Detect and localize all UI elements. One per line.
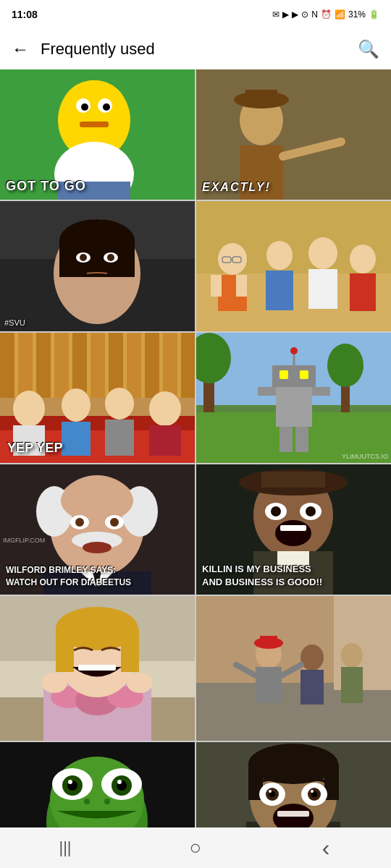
status-bar: 11:08 ✉ ▶ ▶ ⊙ N ⏰ 📶 31% 🔋 bbox=[0, 0, 391, 29]
svg-rect-7 bbox=[80, 122, 109, 127]
home-button[interactable]: ○ bbox=[174, 833, 217, 862]
gif7-label: WILFORD BRIMLEY SAYS:WATCH OUT FOR DIABE… bbox=[6, 564, 131, 589]
svg-point-157 bbox=[84, 799, 90, 804]
gif-grid: GOT TO GO EXACTLY! bbox=[0, 69, 391, 868]
svg-point-36 bbox=[266, 241, 293, 270]
svg-point-128 bbox=[127, 673, 153, 693]
svg-rect-104 bbox=[261, 472, 325, 488]
status-icons: ✉ ▶ ▶ ⊙ N ⏰ 📶 31% 🔋 bbox=[272, 9, 379, 20]
svg-rect-48 bbox=[18, 333, 33, 398]
svg-rect-76 bbox=[272, 365, 316, 387]
gif-item-4[interactable] bbox=[196, 201, 391, 331]
svg-rect-47 bbox=[0, 333, 14, 398]
gif5-label: yep yep bbox=[7, 441, 62, 456]
svg-rect-23 bbox=[59, 241, 135, 277]
svg-rect-135 bbox=[256, 667, 282, 703]
svg-point-107 bbox=[271, 506, 281, 516]
svg-point-127 bbox=[41, 673, 67, 693]
svg-point-109 bbox=[275, 520, 311, 546]
svg-point-180 bbox=[311, 790, 314, 793]
svg-rect-54 bbox=[127, 333, 141, 398]
svg-rect-11 bbox=[196, 69, 391, 200]
svg-rect-137 bbox=[260, 636, 277, 646]
svg-point-28 bbox=[83, 284, 112, 306]
home-icon: ○ bbox=[190, 836, 202, 859]
svg-point-94 bbox=[110, 518, 119, 527]
gif-item-6[interactable]: ylimuutcs.io bbox=[196, 333, 391, 463]
gif-item-10[interactable] bbox=[196, 596, 391, 741]
notification-icon: ⊙ bbox=[301, 9, 308, 20]
svg-point-138 bbox=[300, 644, 324, 671]
svg-point-96 bbox=[83, 542, 112, 553]
svg-rect-37 bbox=[266, 271, 293, 310]
svg-point-38 bbox=[308, 237, 337, 269]
battery-icon: 🔋 bbox=[369, 9, 379, 20]
svg-rect-39 bbox=[308, 269, 337, 309]
back-nav-icon: ‹ bbox=[322, 835, 330, 861]
svg-point-155 bbox=[68, 780, 72, 784]
svg-point-27 bbox=[107, 254, 114, 261]
gif-item-2[interactable]: EXACTLY! bbox=[196, 69, 391, 200]
gif7-watermark: imgflip.com bbox=[3, 537, 45, 544]
svg-point-60 bbox=[13, 391, 45, 427]
svg-rect-78 bbox=[300, 370, 308, 379]
svg-point-84 bbox=[290, 347, 298, 354]
svg-rect-51 bbox=[72, 333, 87, 398]
svg-rect-77 bbox=[279, 370, 288, 379]
svg-point-90 bbox=[61, 479, 133, 522]
wifi-icon: 📶 bbox=[335, 9, 345, 20]
svg-rect-126 bbox=[78, 665, 116, 671]
svg-rect-34 bbox=[211, 275, 222, 297]
gif1-label: GOT TO GO bbox=[6, 179, 86, 194]
svg-point-62 bbox=[62, 388, 91, 422]
svg-rect-15 bbox=[245, 90, 277, 104]
svg-point-108 bbox=[306, 506, 316, 516]
svg-rect-80 bbox=[295, 427, 308, 452]
youtube2-icon: ▶ bbox=[292, 9, 298, 20]
gif-item-7[interactable]: WILFORD BRIMLEY SAYS:WATCH OUT FOR DIABE… bbox=[0, 464, 195, 595]
svg-point-156 bbox=[117, 780, 122, 784]
gif3-label: #SVU bbox=[4, 318, 25, 327]
back-button[interactable]: ← bbox=[12, 39, 29, 59]
email-icon: ✉ bbox=[272, 9, 279, 20]
svg-point-2 bbox=[62, 80, 127, 138]
svg-point-158 bbox=[104, 799, 110, 804]
recents-button[interactable]: ||| bbox=[43, 833, 87, 862]
gif-item-9[interactable] bbox=[0, 596, 195, 741]
svg-point-66 bbox=[149, 391, 181, 426]
svg-point-74 bbox=[327, 344, 363, 387]
svg-rect-141 bbox=[341, 667, 363, 703]
svg-rect-65 bbox=[105, 420, 134, 456]
gif-item-8[interactable]: KILLIN IS MY BUSINESSAND BUSINESS IS GOO… bbox=[196, 464, 391, 595]
nav-bar: ||| ○ ‹ bbox=[0, 827, 391, 868]
page-title: Frequently used bbox=[41, 40, 346, 59]
svg-point-5 bbox=[81, 103, 88, 111]
svg-point-26 bbox=[80, 254, 87, 261]
svg-rect-35 bbox=[236, 275, 247, 297]
gif-item-3[interactable]: #SVU bbox=[0, 201, 195, 331]
svg-rect-125 bbox=[121, 629, 139, 672]
youtube-icon: ▶ bbox=[282, 9, 289, 20]
recents-icon: ||| bbox=[59, 838, 71, 857]
svg-point-40 bbox=[350, 244, 376, 273]
svg-rect-49 bbox=[36, 333, 51, 398]
svg-point-93 bbox=[75, 518, 84, 527]
svg-rect-124 bbox=[56, 629, 74, 672]
svg-rect-182 bbox=[277, 811, 309, 817]
svg-rect-57 bbox=[181, 333, 195, 398]
app-bar: ← Frequently used 🔍 bbox=[0, 29, 391, 69]
svg-point-179 bbox=[269, 790, 272, 793]
n-icon: N bbox=[311, 9, 318, 20]
svg-rect-82 bbox=[312, 387, 330, 396]
status-time: 11:08 bbox=[12, 9, 38, 20]
gif-item-1[interactable]: GOT TO GO bbox=[0, 69, 195, 200]
svg-rect-139 bbox=[300, 670, 324, 705]
search-button[interactable]: 🔍 bbox=[358, 39, 379, 59]
gif-item-5[interactable]: yep yep bbox=[0, 333, 195, 463]
gif6-watermark: ylimuutcs.io bbox=[342, 453, 388, 460]
svg-rect-79 bbox=[279, 427, 293, 452]
svg-point-64 bbox=[105, 388, 134, 420]
back-nav-button[interactable]: ‹ bbox=[304, 833, 348, 862]
svg-rect-41 bbox=[350, 273, 376, 311]
battery-text: 31% bbox=[348, 9, 366, 20]
